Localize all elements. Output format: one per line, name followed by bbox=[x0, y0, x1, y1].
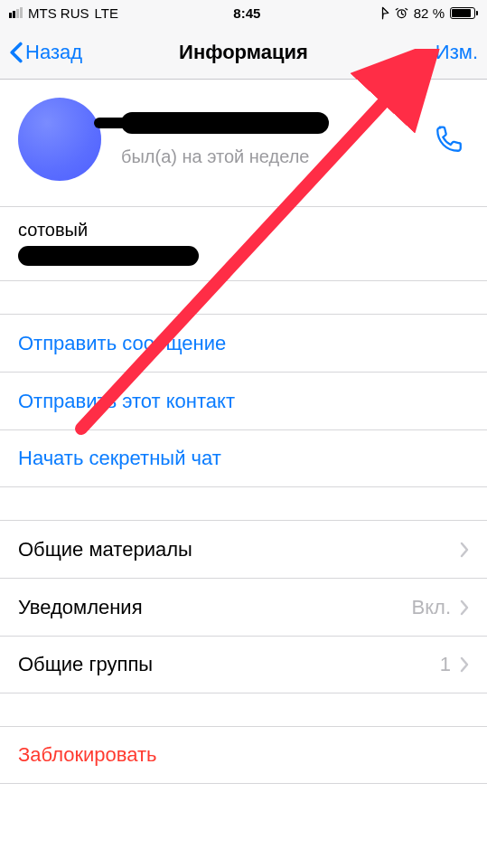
signal-icon bbox=[9, 7, 23, 18]
send-message-label: Отправить сообщение bbox=[18, 332, 226, 355]
chevron-right-icon bbox=[460, 656, 469, 673]
edit-button[interactable]: Изм. bbox=[435, 41, 478, 64]
block-row[interactable]: Заблокировать bbox=[0, 726, 487, 784]
network-label: LTE bbox=[95, 5, 118, 21]
contact-name-redacted bbox=[121, 112, 329, 134]
spacer bbox=[0, 487, 487, 520]
notifications-label: Уведомления bbox=[18, 596, 143, 619]
battery-icon bbox=[450, 7, 478, 19]
location-icon bbox=[376, 6, 389, 20]
block-label: Заблокировать bbox=[18, 743, 157, 767]
shared-media-label: Общие материалы bbox=[18, 538, 192, 561]
status-bar: MTS RUS LTE 8:45 82 % bbox=[0, 0, 487, 25]
groups-label: Общие группы bbox=[18, 653, 153, 676]
phone-icon bbox=[434, 124, 464, 155]
spacer bbox=[0, 281, 487, 314]
notifications-value: Вкл. bbox=[412, 596, 452, 619]
groups-row[interactable]: Общие группы 1 bbox=[0, 636, 487, 693]
phone-number-redacted[interactable] bbox=[18, 246, 199, 266]
battery-pct: 82 % bbox=[414, 5, 445, 21]
chevron-right-icon bbox=[460, 542, 469, 558]
shared-media-row[interactable]: Общие материалы bbox=[0, 520, 487, 578]
secret-chat-row[interactable]: Начать секретный чат bbox=[0, 429, 487, 487]
call-button[interactable] bbox=[429, 119, 469, 159]
share-contact-row[interactable]: Отправить этот контакт bbox=[0, 372, 487, 429]
send-message-row[interactable]: Отправить сообщение bbox=[0, 314, 487, 372]
carrier-label: MTS RUS bbox=[28, 5, 89, 21]
chevron-right-icon bbox=[460, 599, 469, 616]
profile-text: был(а) на этой неделе bbox=[121, 112, 422, 167]
phone-type-label: сотовый bbox=[18, 220, 469, 241]
alarm-icon bbox=[395, 6, 408, 20]
profile-section: был(а) на этой неделе bbox=[0, 80, 487, 206]
nav-bar: Назад Информация Изм. bbox=[0, 25, 487, 80]
share-contact-label: Отправить этот контакт bbox=[18, 390, 235, 413]
back-button[interactable]: Назад bbox=[9, 41, 82, 64]
status-left: MTS RUS LTE bbox=[9, 5, 118, 21]
groups-value: 1 bbox=[440, 653, 451, 676]
secret-chat-label: Начать секретный чат bbox=[18, 447, 221, 470]
status-right: 82 % bbox=[376, 5, 478, 21]
last-seen-label: был(а) на этой неделе bbox=[121, 146, 422, 167]
avatar[interactable] bbox=[18, 98, 101, 181]
status-time: 8:45 bbox=[233, 5, 260, 21]
back-label: Назад bbox=[25, 41, 82, 64]
chevron-left-icon bbox=[9, 42, 23, 63]
spacer bbox=[0, 693, 487, 726]
phone-section: сотовый bbox=[0, 206, 487, 281]
notifications-row[interactable]: Уведомления Вкл. bbox=[0, 578, 487, 636]
